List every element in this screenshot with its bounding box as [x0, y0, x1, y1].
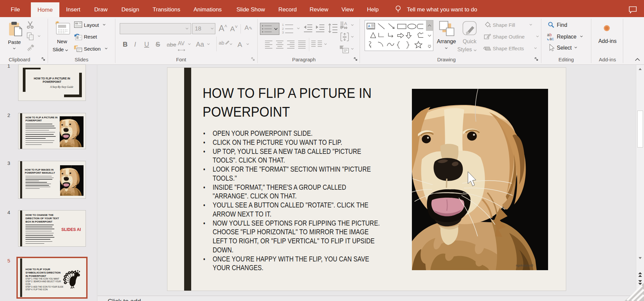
svg-text:A: A [368, 24, 371, 28]
svg-text:2: 2 [282, 27, 284, 31]
svg-text:a: a [549, 37, 552, 41]
svg-text:1: 1 [282, 23, 284, 26]
svg-text:3: 3 [282, 31, 284, 34]
svg-text:a: a [547, 33, 549, 37]
svg-text:c: c [552, 37, 554, 41]
svg-text:A: A [344, 21, 347, 26]
